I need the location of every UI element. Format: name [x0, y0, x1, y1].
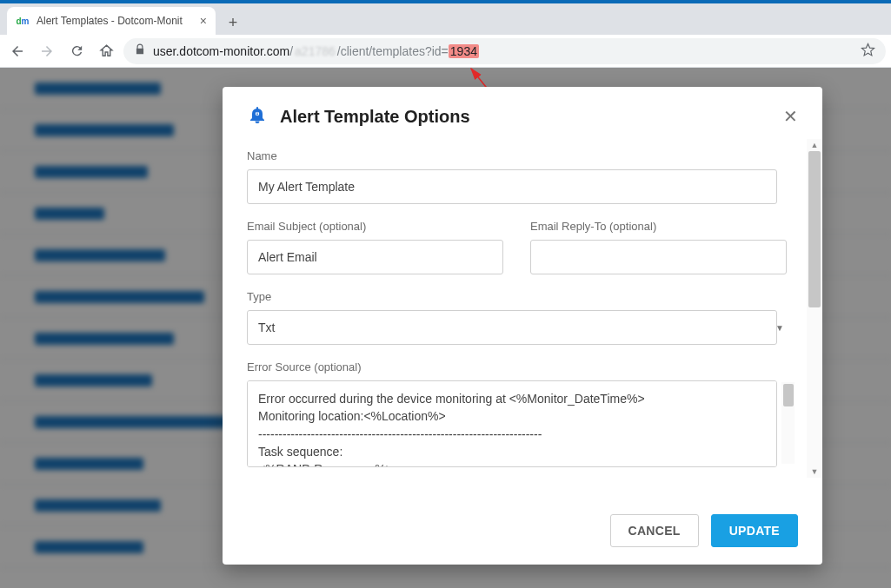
modal-title: Alert Template Options	[280, 107, 470, 127]
new-tab-button[interactable]: +	[221, 10, 245, 35]
forward-button[interactable]	[35, 39, 59, 63]
textarea-scrollbar[interactable]	[781, 382, 795, 464]
label-type: Type	[247, 290, 796, 303]
label-name: Name	[247, 149, 796, 162]
field-name: Name	[247, 149, 796, 204]
label-error-source: Error Source (optional)	[247, 360, 796, 373]
scroll-up-icon[interactable]: ▲	[808, 139, 821, 151]
update-button[interactable]: UPDATE	[711, 514, 798, 547]
address-bar[interactable]: user.dotcom-monitor.com/a21786/client/te…	[123, 38, 886, 64]
bookmark-star-icon[interactable]	[861, 43, 875, 60]
cancel-button[interactable]: CANCEL	[610, 514, 699, 547]
reload-button[interactable]	[64, 39, 89, 63]
url-text: user.dotcom-monitor.com/a21786/client/te…	[153, 44, 479, 58]
svg-rect-2	[256, 113, 258, 115]
field-email-subject: Email Subject (optional)	[247, 220, 513, 274]
browser-tab[interactable]: dm Alert Templates - Dotcom-Monit ×	[7, 7, 216, 35]
home-button[interactable]	[94, 39, 118, 63]
email-reply-to-input[interactable]	[530, 240, 787, 274]
alert-template-options-modal: Alert Template Options ✕ ▲ ▼ Name Email …	[223, 87, 822, 565]
bell-icon	[247, 104, 268, 129]
name-input[interactable]	[247, 169, 777, 204]
url-id-highlight: 1934	[449, 44, 479, 58]
field-email-reply-to: Email Reply-To (optional)	[530, 220, 796, 274]
modal-body: ▲ ▼ Name Email Subject (optional) Email …	[223, 135, 822, 504]
label-email-subject: Email Subject (optional)	[247, 220, 513, 233]
error-source-textarea[interactable]	[247, 380, 777, 467]
back-button[interactable]	[5, 39, 30, 63]
field-error-source: Error Source (optional)	[247, 360, 796, 471]
browser-tab-strip: dm Alert Templates - Dotcom-Monit × +	[0, 3, 891, 35]
tab-title: Alert Templates - Dotcom-Monit	[37, 15, 193, 27]
modal-footer: CANCEL UPDATE	[223, 504, 822, 565]
modal-header: Alert Template Options ✕	[223, 87, 822, 135]
tab-close-icon[interactable]: ×	[200, 14, 207, 28]
tab-favicon: dm	[16, 14, 30, 28]
modal-scrollbar[interactable]: ▲ ▼	[807, 139, 822, 478]
home-icon	[99, 43, 114, 58]
type-select[interactable]	[247, 310, 777, 345]
page-content: Template ID Alert Template Options ✕ ▲ ▼…	[0, 68, 891, 588]
close-icon[interactable]: ✕	[783, 106, 798, 127]
arrow-left-icon	[10, 43, 25, 59]
email-subject-input[interactable]	[247, 240, 503, 274]
scroll-thumb[interactable]	[808, 151, 821, 307]
label-email-reply-to: Email Reply-To (optional)	[530, 220, 796, 233]
svg-point-3	[256, 111, 258, 113]
row-email: Email Subject (optional) Email Reply-To …	[247, 220, 796, 274]
field-type: Type ▼	[247, 290, 796, 345]
lock-icon	[134, 43, 146, 58]
reload-icon	[70, 43, 84, 58]
scroll-down-icon[interactable]: ▼	[808, 466, 821, 478]
browser-toolbar: user.dotcom-monitor.com/a21786/client/te…	[0, 35, 891, 68]
arrow-right-icon	[39, 43, 55, 59]
